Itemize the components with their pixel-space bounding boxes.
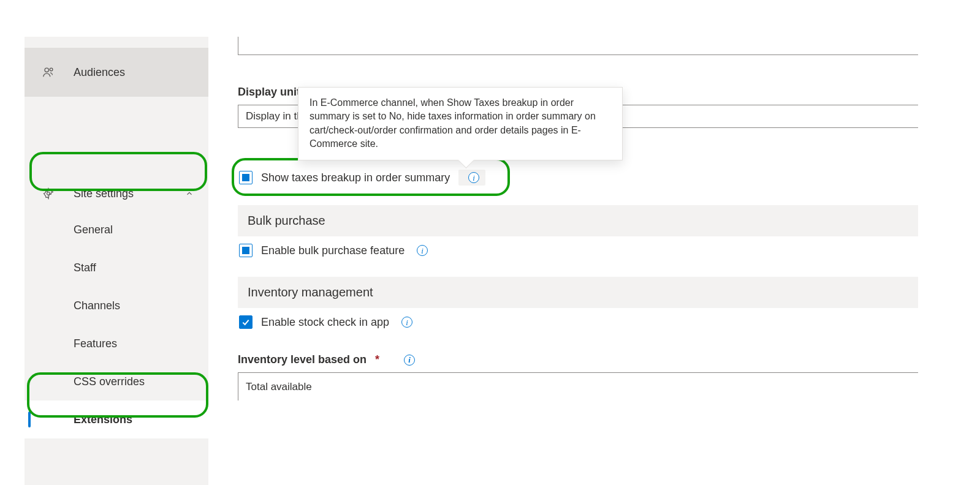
tooltip-text: In E-Commerce channel, when Show Taxes b… — [310, 97, 596, 149]
features-label: Features — [74, 337, 117, 350]
sidebar-sub-channels[interactable]: Channels — [25, 287, 208, 325]
staff-label: Staff — [74, 261, 96, 274]
audiences-label: Audiences — [74, 66, 125, 79]
chevron-up-icon — [185, 189, 194, 198]
audiences-icon — [42, 66, 55, 79]
gear-icon — [42, 187, 55, 200]
info-icon[interactable]: i — [417, 245, 428, 256]
sidebar-sub-general[interactable]: General — [25, 211, 208, 249]
enable-stock-checkbox[interactable] — [239, 315, 253, 329]
enable-bulk-checkbox[interactable] — [239, 244, 253, 257]
sidebar-item-audiences[interactable]: Audiences — [25, 48, 208, 97]
sidebar-sub-css-overrides[interactable]: CSS overrides — [25, 363, 208, 400]
inventory-level-select[interactable]: Total available — [238, 372, 918, 400]
enable-bulk-label: Enable bulk purchase feature — [261, 244, 405, 257]
inventory-level-label: Inventory level based on — [238, 353, 367, 366]
extensions-label: Extensions — [74, 413, 132, 426]
main-content: Display unit of r Display in the In E-Co… — [208, 37, 980, 485]
bulk-purchase-header: Bulk purchase — [238, 205, 918, 236]
show-taxes-label: Show taxes breakup in order summary — [261, 171, 450, 184]
inventory-level-value: Total available — [246, 381, 312, 393]
required-star: * — [375, 353, 379, 366]
partial-top-field[interactable] — [238, 37, 918, 55]
info-icon-wrap: i — [458, 170, 485, 186]
info-icon[interactable]: i — [468, 172, 479, 183]
channels-label: Channels — [74, 299, 120, 312]
enable-bulk-row: Enable bulk purchase feature i — [238, 236, 980, 265]
sidebar-sub-extensions[interactable]: Extensions — [25, 400, 208, 438]
enable-stock-label: Enable stock check in app — [261, 316, 389, 329]
sidebar-sub-staff[interactable]: Staff — [25, 249, 208, 287]
svg-point-2 — [47, 192, 50, 195]
show-taxes-row: Show taxes breakup in order summary i — [238, 162, 980, 193]
svg-point-1 — [50, 68, 53, 71]
css-overrides-label: CSS overrides — [74, 375, 145, 388]
sidebar-item-site-settings[interactable]: Site settings — [25, 176, 208, 211]
enable-stock-row: Enable stock check in app i — [238, 308, 980, 336]
info-icon[interactable]: i — [401, 317, 412, 328]
general-label: General — [74, 224, 113, 236]
inventory-header: Inventory management — [238, 277, 918, 308]
info-tooltip: In E-Commerce channel, when Show Taxes b… — [298, 87, 623, 160]
inventory-level-label-row: Inventory level based on * i — [238, 353, 980, 366]
svg-point-0 — [45, 68, 48, 72]
show-taxes-checkbox[interactable] — [239, 171, 253, 184]
sidebar-sub-features[interactable]: Features — [25, 325, 208, 363]
sidebar: Audiences Site settings General Staff — [25, 37, 208, 485]
site-settings-label: Site settings — [74, 187, 134, 200]
info-icon[interactable]: i — [404, 355, 415, 366]
